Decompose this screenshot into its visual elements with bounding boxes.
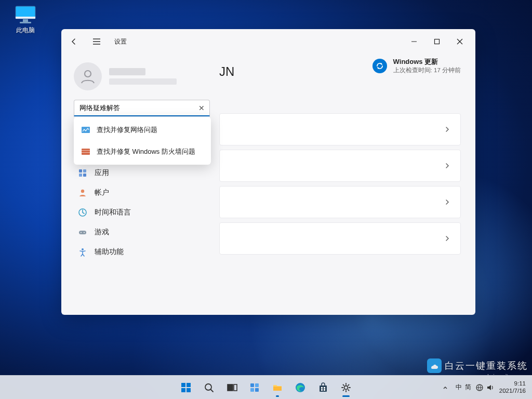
settings-taskbar-button[interactable]	[336, 377, 356, 398]
update-title: Windows 更新	[393, 57, 461, 66]
profile[interactable]	[74, 62, 213, 90]
settings-card[interactable]	[219, 113, 461, 145]
edge-button[interactable]	[290, 377, 311, 398]
svg-rect-23	[79, 231, 86, 234]
svg-rect-27	[181, 383, 185, 387]
start-button[interactable]	[176, 377, 196, 398]
svg-point-26	[82, 248, 84, 250]
svg-point-31	[205, 384, 211, 390]
search-suggestions: 查找并修复网络问题 查找并修复 Windows 防火墙问题	[74, 117, 211, 165]
hamburger-button[interactable]	[88, 33, 105, 50]
svg-point-21	[81, 190, 84, 193]
windows-update-shortcut[interactable]: Windows 更新 上次检查时间: 17 分钟前	[373, 57, 461, 74]
clock-date: 2021/7/16	[499, 388, 526, 395]
close-button[interactable]	[448, 33, 471, 50]
suggestion-label: 查找并修复 Windows 防火墙问题	[97, 147, 195, 156]
search-button[interactable]	[198, 377, 219, 398]
taskbar-center	[176, 377, 356, 398]
svg-point-11	[85, 71, 91, 77]
window-title: 设置	[114, 37, 127, 46]
clock[interactable]: 9:11 2021/7/16	[496, 378, 529, 397]
watermark: 白云一键重装系统 www.baiyunxitong.com	[427, 358, 528, 373]
suggestion-network-troubleshoot[interactable]: 查找并修复网络问题	[74, 119, 211, 141]
svg-rect-38	[255, 388, 259, 392]
avatar	[74, 62, 102, 90]
profile-text	[109, 68, 177, 85]
svg-rect-30	[187, 388, 191, 392]
nav-label: 游戏	[95, 228, 109, 237]
network-tray-icon[interactable]	[475, 383, 484, 392]
nav-time-language[interactable]: 时间和语言	[72, 203, 213, 222]
widgets-button[interactable]	[244, 377, 265, 398]
desktop-icon-label: 此电脑	[6, 26, 45, 35]
svg-rect-34	[234, 384, 237, 391]
clear-icon[interactable]: ✕	[197, 104, 206, 112]
svg-rect-29	[181, 388, 185, 392]
ime-method: 简	[465, 383, 471, 391]
svg-rect-17	[79, 169, 82, 172]
nav-accessibility[interactable]: 辅助功能	[72, 242, 213, 262]
desktop-icon-this-pc[interactable]: 此电脑	[6, 5, 45, 35]
nav-label: 应用	[95, 168, 109, 178]
user-icon	[78, 188, 87, 197]
svg-line-32	[211, 390, 213, 392]
watermark-logo-icon	[427, 358, 442, 373]
settings-card[interactable]	[219, 150, 461, 182]
search-input[interactable]	[74, 100, 210, 116]
ime-lang: 中	[456, 383, 462, 391]
maximize-button[interactable]	[425, 33, 448, 50]
chevron-right-icon	[444, 126, 451, 133]
nav-label: 时间和语言	[95, 208, 131, 217]
svg-rect-39	[273, 387, 282, 391]
sidebar: ✕ 查找并修复网络问题 查找并修复 Windows 防火墙问题 网络 & Int…	[61, 54, 217, 315]
svg-rect-37	[250, 388, 254, 392]
back-button[interactable]	[65, 33, 82, 50]
shield-network-icon	[81, 125, 90, 135]
svg-rect-36	[255, 383, 259, 387]
chevron-right-icon	[444, 198, 451, 206]
nav-label: 帐户	[95, 188, 109, 197]
nav-accounts[interactable]: 帐户	[72, 183, 213, 203]
file-explorer-button[interactable]	[267, 377, 288, 398]
svg-rect-1	[16, 17, 35, 19]
apps-icon	[78, 168, 87, 178]
svg-rect-2	[23, 19, 28, 22]
svg-rect-28	[187, 383, 191, 387]
chevron-right-icon	[444, 162, 451, 169]
svg-point-25	[84, 232, 85, 233]
store-button[interactable]	[313, 377, 334, 398]
svg-rect-41	[320, 385, 327, 392]
svg-rect-8	[435, 39, 440, 44]
svg-rect-33	[228, 384, 233, 391]
minimize-button[interactable]	[403, 33, 425, 50]
svg-rect-14	[82, 150, 90, 151]
svg-rect-45	[324, 389, 325, 391]
nav-gaming[interactable]: 游戏	[72, 222, 213, 242]
nav-apps[interactable]: 应用	[72, 163, 213, 183]
suggestion-firewall-troubleshoot[interactable]: 查找并修复 Windows 防火墙问题	[74, 141, 211, 163]
titlebar: 设置	[61, 29, 475, 54]
svg-rect-19	[79, 174, 82, 177]
nav-label: 辅助功能	[95, 247, 124, 257]
svg-rect-43	[324, 387, 325, 389]
main-content: JN Windows 更新 上次检查时间: 17 分钟前	[217, 54, 475, 315]
volume-tray-icon[interactable]	[486, 383, 494, 392]
taskbar-right: 中 简 9:11 2021/7/16	[439, 377, 529, 398]
svg-rect-13	[82, 149, 90, 155]
accessibility-icon	[78, 247, 87, 257]
firewall-icon	[81, 147, 90, 156]
clock-time: 9:11	[499, 380, 526, 388]
svg-rect-44	[321, 389, 323, 391]
tray-chevron[interactable]	[439, 377, 451, 398]
svg-point-24	[81, 232, 82, 233]
ime-indicator[interactable]: 中 简	[454, 380, 473, 394]
svg-point-46	[344, 385, 348, 389]
watermark-text: 白云一键重装系统	[445, 360, 528, 372]
taskview-button[interactable]	[221, 377, 242, 398]
settings-card[interactable]	[219, 222, 461, 255]
svg-rect-42	[321, 387, 323, 389]
suggestion-label: 查找并修复网络问题	[97, 125, 157, 135]
update-subtitle: 上次检查时间: 17 分钟前	[393, 66, 461, 74]
settings-card[interactable]	[219, 186, 461, 218]
update-sync-icon	[373, 59, 387, 73]
